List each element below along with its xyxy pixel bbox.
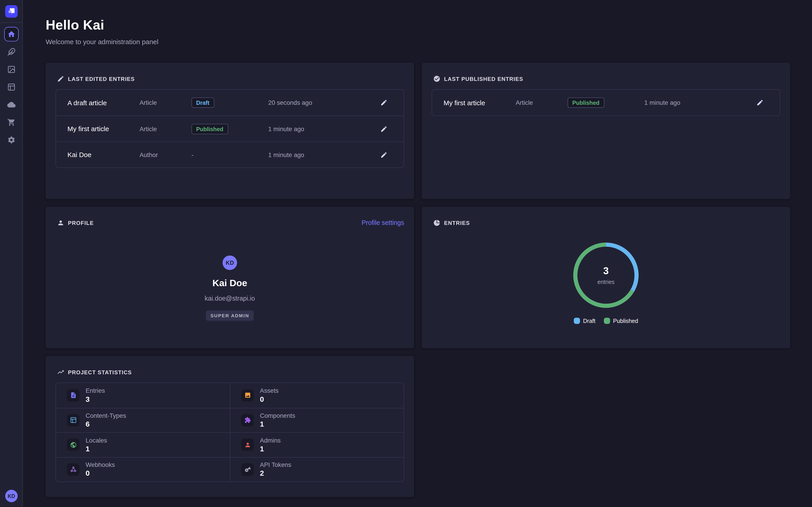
entry-time: 1 minute ago <box>268 151 375 158</box>
entry-type: Article <box>140 99 192 106</box>
card-title: PROJECT STATISTICS <box>68 369 132 376</box>
card-title: ENTRIES <box>444 220 470 226</box>
published-swatch <box>604 318 610 324</box>
stat-label: Webhooks <box>86 461 115 469</box>
card-title: LAST EDITED ENTRIES <box>68 76 135 82</box>
entry-type: Author <box>140 151 192 158</box>
strapi-logo[interactable] <box>5 5 17 17</box>
profile-card: PROFILE Profile settings KD Kai Doe kai.… <box>46 207 414 348</box>
sidebar-item-deploy[interactable] <box>4 97 18 112</box>
status-badge: Published <box>192 124 228 134</box>
status-badge: Draft <box>192 97 214 108</box>
status-badge: Published <box>567 97 604 108</box>
sidebar-item-content-type-builder[interactable] <box>4 80 18 94</box>
home-icon <box>7 30 15 38</box>
strapi-logo-glyph <box>5 5 17 17</box>
entry-type: Article <box>516 99 567 106</box>
stat-value: 0 <box>86 469 115 477</box>
stat-label: Assets <box>260 387 278 395</box>
sidebar-nav <box>4 27 18 147</box>
stat-label: Locales <box>86 437 107 444</box>
profile-settings-link[interactable]: Profile settings <box>362 219 404 226</box>
check-circle-icon <box>433 75 441 82</box>
table-row[interactable]: A draft article Article Draft 20 seconds… <box>56 90 404 116</box>
logo-section <box>0 0 22 23</box>
edit-entry-button[interactable] <box>375 147 392 163</box>
key-icon <box>241 463 254 476</box>
stat-assets: Assets 0 <box>230 383 404 408</box>
entry-type: Article <box>140 125 192 132</box>
table-row[interactable]: My first article Article Published 1 min… <box>432 90 780 116</box>
stat-entries: Entries 3 <box>56 383 230 408</box>
profile-email: kai.doe@strapi.io <box>205 295 255 302</box>
stat-api-tokens: API Tokens 2 <box>230 457 404 481</box>
entries-header: ENTRIES <box>422 207 790 226</box>
puzzle-icon <box>241 414 254 426</box>
profile-header: PROFILE <box>46 207 414 226</box>
status-empty: - <box>192 151 268 158</box>
stat-value: 3 <box>86 395 105 403</box>
stat-value: 2 <box>260 469 291 477</box>
legend-item-draft: Draft <box>574 318 596 324</box>
stat-value: 6 <box>86 420 126 428</box>
entry-name: A draft article <box>67 99 140 107</box>
edit-entry-button[interactable] <box>752 95 768 111</box>
pie-chart-icon <box>433 219 441 226</box>
sidebar-item-home[interactable] <box>4 27 18 42</box>
sidebar-user-avatar[interactable]: KD <box>5 490 17 502</box>
stat-components: Components 1 <box>230 408 404 432</box>
cloud-icon <box>7 101 15 109</box>
stat-label: API Tokens <box>260 461 291 469</box>
avatar: KD <box>222 256 237 270</box>
sidebar-item-media-library[interactable] <box>4 62 18 76</box>
media-library-icon <box>7 65 15 74</box>
stat-value: 1 <box>86 445 107 453</box>
table-row[interactable]: Kai Doe Author - 1 minute ago <box>56 142 404 167</box>
main-content: Hello Kai Welcome to your administration… <box>23 0 812 497</box>
entry-time: 20 seconds ago <box>268 99 375 106</box>
stats-grid: Entries 3 Assets 0 <box>55 382 404 482</box>
stat-value: 1 <box>260 445 281 453</box>
stat-content-types: Content-Types 6 <box>56 408 230 432</box>
globe-icon <box>67 439 80 451</box>
layout-icon <box>7 83 15 91</box>
project-statistics-card: PROJECT STATISTICS Entries 3 <box>46 356 414 497</box>
user-icon <box>241 439 254 451</box>
stat-label: Entries <box>86 387 105 395</box>
pencil-icon <box>57 75 64 82</box>
page-title: Hello Kai <box>46 17 790 33</box>
pencil-icon <box>380 151 388 158</box>
entries-donut-chart: 3 entries <box>569 239 642 312</box>
entry-name: My first article <box>67 125 140 133</box>
stat-label: Admins <box>260 437 281 444</box>
sidebar-item-content-manager[interactable] <box>4 45 18 59</box>
entry-name: Kai Doe <box>67 151 140 159</box>
donut-segment-published <box>569 239 642 312</box>
donut-svg <box>569 239 642 312</box>
profile-body: KD Kai Doe kai.doe@strapi.io SUPER ADMIN <box>46 256 414 321</box>
entry-time: 1 minute ago <box>268 125 375 132</box>
edit-entry-button[interactable] <box>375 121 392 137</box>
card-title: LAST PUBLISHED ENTRIES <box>444 76 523 82</box>
project-statistics-header: PROJECT STATISTICS <box>46 356 414 376</box>
stat-label: Content-Types <box>86 412 126 419</box>
table-row[interactable]: My first article Article Published 1 min… <box>56 116 404 142</box>
stat-admins: Admins 1 <box>230 432 404 457</box>
entries-card: ENTRIES 3 entries Draft <box>422 207 790 348</box>
last-edited-table: A draft article Article Draft 20 seconds… <box>55 89 404 168</box>
stat-value: 1 <box>260 420 295 428</box>
sidebar-item-marketplace[interactable] <box>4 115 18 129</box>
sidebar-user-initials: KD <box>8 493 15 499</box>
pencil-icon <box>380 125 388 132</box>
sidebar: KD <box>0 0 23 507</box>
pencil-icon <box>756 99 763 106</box>
last-edited-entries-card: LAST EDITED ENTRIES A draft article Arti… <box>46 63 414 199</box>
legend-label: Published <box>613 318 638 324</box>
webhook-icon <box>67 463 80 476</box>
page-subtitle: Welcome to your administration panel <box>46 38 790 46</box>
edit-entry-button[interactable] <box>375 95 392 111</box>
entry-name: My first article <box>444 99 516 107</box>
image-icon <box>241 389 254 402</box>
sidebar-item-settings[interactable] <box>4 133 18 147</box>
feather-icon <box>7 48 15 56</box>
